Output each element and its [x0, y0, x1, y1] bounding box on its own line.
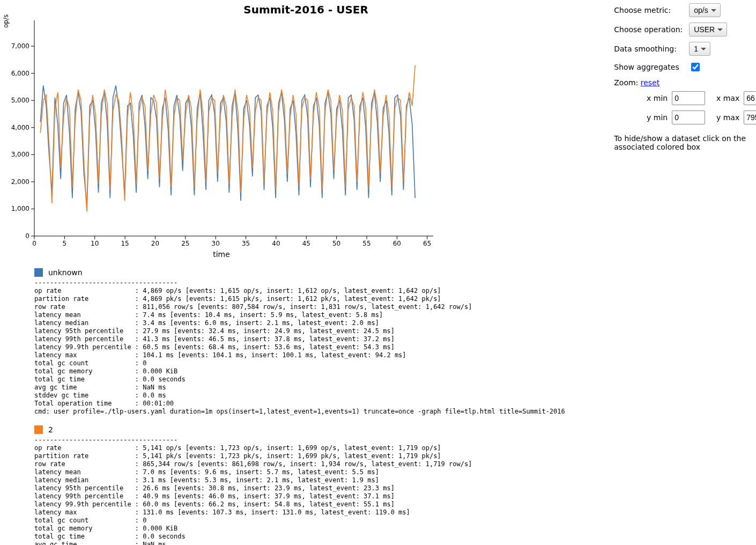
svg-text:30: 30 [212, 240, 220, 247]
metric-label: Choose metric: [614, 6, 689, 14]
zoom-reset-link[interactable]: reset [641, 78, 659, 87]
metric-select[interactable]: op/s [689, 3, 721, 17]
legend-series-name: 2 [48, 425, 53, 434]
svg-text:0: 0 [25, 232, 29, 240]
legend-swatch[interactable] [34, 425, 43, 434]
svg-text:45: 45 [302, 240, 310, 247]
legend-swatch[interactable] [34, 268, 43, 277]
smoothing-label: Data smoothing: [614, 45, 689, 53]
legend-stats: ------------------------------------- op… [34, 279, 607, 416]
legend-stats: ------------------------------------- op… [34, 436, 607, 545]
ymax-label: y max [709, 113, 739, 122]
svg-text:50: 50 [332, 240, 340, 247]
svg-text:10: 10 [91, 240, 99, 247]
aggregates-checkbox[interactable] [691, 63, 700, 71]
chart-title: Summit-2016 - USER [4, 3, 607, 16]
svg-text:65: 65 [423, 240, 431, 247]
smoothing-select[interactable]: 1 [689, 42, 710, 56]
y-axis-label: op/s [2, 14, 10, 28]
svg-text:6,000: 6,000 [11, 70, 29, 77]
x-axis-label: time [4, 250, 439, 259]
ymax-input[interactable] [744, 111, 756, 124]
svg-text:35: 35 [242, 240, 250, 247]
line-chart: 01,0002,0003,0004,0005,0006,0007,0000510… [4, 18, 439, 249]
svg-text:1,000: 1,000 [11, 205, 29, 212]
svg-text:55: 55 [362, 240, 370, 247]
svg-text:15: 15 [121, 240, 129, 247]
ymin-input[interactable] [672, 111, 705, 124]
svg-text:5: 5 [63, 240, 67, 247]
xmax-label: x max [709, 94, 739, 102]
svg-text:3,000: 3,000 [11, 151, 29, 158]
operation-label: Choose operation: [614, 25, 689, 34]
svg-text:5,000: 5,000 [11, 97, 29, 104]
svg-text:0: 0 [32, 240, 36, 247]
svg-text:60: 60 [393, 240, 401, 247]
ymin-label: y min [633, 113, 668, 122]
aggregates-label: Show aggregates [614, 63, 679, 71]
svg-text:25: 25 [181, 240, 189, 247]
legend-hint: To hide/show a dataset click on the asso… [614, 134, 756, 151]
legend: unknown---------------------------------… [4, 268, 607, 545]
xmin-label: x min [633, 94, 668, 102]
xmax-input[interactable] [744, 91, 756, 105]
xmin-input[interactable] [672, 91, 705, 105]
svg-text:2,000: 2,000 [11, 178, 29, 186]
svg-text:20: 20 [151, 240, 159, 247]
legend-series-name: unknown [48, 268, 83, 277]
operation-select[interactable]: USER [689, 23, 727, 36]
svg-text:4,000: 4,000 [11, 124, 29, 131]
svg-text:7,000: 7,000 [11, 42, 29, 50]
zoom-label: Zoom: [614, 78, 641, 87]
svg-text:40: 40 [272, 240, 280, 247]
